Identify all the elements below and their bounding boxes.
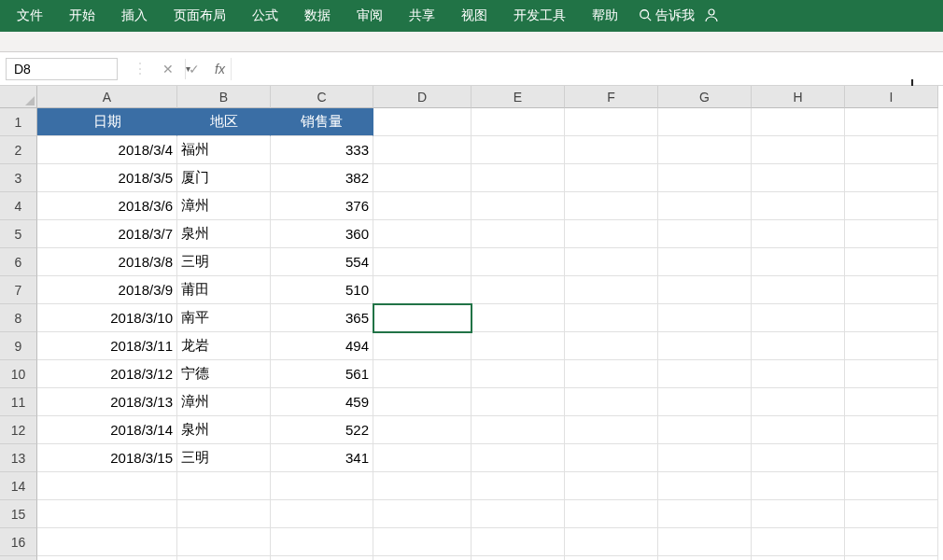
cell-A10[interactable]: 2018/3/12 bbox=[37, 360, 177, 388]
row-header-14[interactable]: 14 bbox=[0, 472, 37, 500]
cell-F2[interactable] bbox=[565, 136, 658, 164]
cell-C10[interactable]: 561 bbox=[271, 360, 373, 388]
row-header-4[interactable]: 4 bbox=[0, 192, 37, 220]
cell-F15[interactable] bbox=[565, 500, 658, 528]
cell-F9[interactable] bbox=[565, 332, 658, 360]
cell-H4[interactable] bbox=[752, 192, 845, 220]
cell-H1[interactable] bbox=[752, 108, 845, 136]
col-header-B[interactable]: B bbox=[177, 86, 271, 108]
cell-G1[interactable] bbox=[658, 108, 752, 136]
cell-D6[interactable] bbox=[373, 248, 472, 276]
row-header-1[interactable]: 1 bbox=[0, 108, 37, 136]
cell-G2[interactable] bbox=[658, 136, 752, 164]
cell-A6[interactable]: 2018/3/8 bbox=[37, 248, 177, 276]
cell-I3[interactable] bbox=[845, 164, 938, 192]
cell-I4[interactable] bbox=[845, 192, 938, 220]
cancel-icon[interactable]: ✕ bbox=[162, 62, 174, 77]
ribbon-tab-10[interactable]: 帮助 bbox=[579, 0, 631, 32]
cell-G6[interactable] bbox=[658, 248, 752, 276]
cell-G14[interactable] bbox=[658, 472, 752, 500]
ribbon-tab-0[interactable]: 文件 bbox=[4, 0, 56, 32]
cell-E3[interactable] bbox=[472, 164, 565, 192]
cell-E13[interactable] bbox=[472, 444, 565, 472]
cell-I8[interactable] bbox=[845, 304, 938, 332]
cell-D9[interactable] bbox=[373, 332, 472, 360]
cell-D16[interactable] bbox=[373, 528, 472, 556]
cell-I11[interactable] bbox=[845, 388, 938, 416]
cell-H9[interactable] bbox=[752, 332, 845, 360]
col-header-H[interactable]: H bbox=[752, 86, 845, 108]
cell-A11[interactable]: 2018/3/13 bbox=[37, 388, 177, 416]
cell-E11[interactable] bbox=[472, 388, 565, 416]
col-header-I[interactable]: I bbox=[845, 86, 938, 108]
cell-I9[interactable] bbox=[845, 332, 938, 360]
cell-B6[interactable]: 三明 bbox=[177, 248, 271, 276]
cell-A13[interactable]: 2018/3/15 bbox=[37, 444, 177, 472]
cell-D17[interactable] bbox=[373, 556, 472, 560]
ribbon-tab-4[interactable]: 公式 bbox=[239, 0, 291, 32]
cell-A2[interactable]: 2018/3/4 bbox=[37, 136, 177, 164]
cell-D7[interactable] bbox=[373, 276, 472, 304]
cell-H11[interactable] bbox=[752, 388, 845, 416]
cell-A15[interactable] bbox=[37, 500, 177, 528]
cell-G10[interactable] bbox=[658, 360, 752, 388]
row-header-7[interactable]: 7 bbox=[0, 276, 37, 304]
cell-I14[interactable] bbox=[845, 472, 938, 500]
cell-I16[interactable] bbox=[845, 528, 938, 556]
cell-C14[interactable] bbox=[271, 472, 373, 500]
cell-E2[interactable] bbox=[472, 136, 565, 164]
row-header-9[interactable]: 9 bbox=[0, 332, 37, 360]
cell-F3[interactable] bbox=[565, 164, 658, 192]
cell-A1[interactable]: 日期 bbox=[37, 108, 177, 136]
cell-F4[interactable] bbox=[565, 192, 658, 220]
cell-H14[interactable] bbox=[752, 472, 845, 500]
cell-D10[interactable] bbox=[373, 360, 472, 388]
cell-B4[interactable]: 漳州 bbox=[177, 192, 271, 220]
enter-icon[interactable]: ✓ bbox=[189, 62, 200, 77]
col-header-D[interactable]: D bbox=[373, 86, 472, 108]
cell-E12[interactable] bbox=[472, 416, 565, 444]
col-header-A[interactable]: A bbox=[37, 86, 177, 108]
cell-C12[interactable]: 522 bbox=[271, 416, 373, 444]
cell-C16[interactable] bbox=[271, 528, 373, 556]
row-header-15[interactable]: 15 bbox=[0, 500, 37, 528]
cell-I1[interactable] bbox=[845, 108, 938, 136]
cell-E5[interactable] bbox=[472, 220, 565, 248]
ribbon-tab-7[interactable]: 共享 bbox=[396, 0, 448, 32]
cell-C15[interactable] bbox=[271, 500, 373, 528]
cell-D5[interactable] bbox=[373, 220, 472, 248]
cell-G12[interactable] bbox=[658, 416, 752, 444]
col-header-E[interactable]: E bbox=[472, 86, 565, 108]
row-header-13[interactable]: 13 bbox=[0, 444, 37, 472]
cell-F6[interactable] bbox=[565, 248, 658, 276]
ribbon-tab-3[interactable]: 页面布局 bbox=[161, 0, 239, 32]
row-header-2[interactable]: 2 bbox=[0, 136, 37, 164]
cell-H3[interactable] bbox=[752, 164, 845, 192]
cell-G13[interactable] bbox=[658, 444, 752, 472]
cell-A5[interactable]: 2018/3/7 bbox=[37, 220, 177, 248]
ribbon-tab-6[interactable]: 审阅 bbox=[344, 0, 396, 32]
row-header-8[interactable]: 8 bbox=[0, 304, 37, 332]
cell-C7[interactable]: 510 bbox=[271, 276, 373, 304]
cell-B2[interactable]: 福州 bbox=[177, 136, 271, 164]
cell-E15[interactable] bbox=[472, 500, 565, 528]
cell-D13[interactable] bbox=[373, 444, 472, 472]
cell-H16[interactable] bbox=[752, 528, 845, 556]
selected-cell[interactable] bbox=[373, 304, 472, 332]
cell-I15[interactable] bbox=[845, 500, 938, 528]
cell-C8[interactable]: 365 bbox=[271, 304, 373, 332]
cell-F14[interactable] bbox=[565, 472, 658, 500]
cell-E1[interactable] bbox=[472, 108, 565, 136]
cell-D14[interactable] bbox=[373, 472, 472, 500]
cell-H17[interactable] bbox=[752, 556, 845, 560]
cell-C13[interactable]: 341 bbox=[271, 444, 373, 472]
cell-H12[interactable] bbox=[752, 416, 845, 444]
cell-I12[interactable] bbox=[845, 416, 938, 444]
cell-D1[interactable] bbox=[373, 108, 472, 136]
fx-icon[interactable]: fx bbox=[215, 58, 232, 80]
cell-B14[interactable] bbox=[177, 472, 271, 500]
cell-G4[interactable] bbox=[658, 192, 752, 220]
cell-I5[interactable] bbox=[845, 220, 938, 248]
cell-H8[interactable] bbox=[752, 304, 845, 332]
row-header-5[interactable]: 5 bbox=[0, 220, 37, 248]
